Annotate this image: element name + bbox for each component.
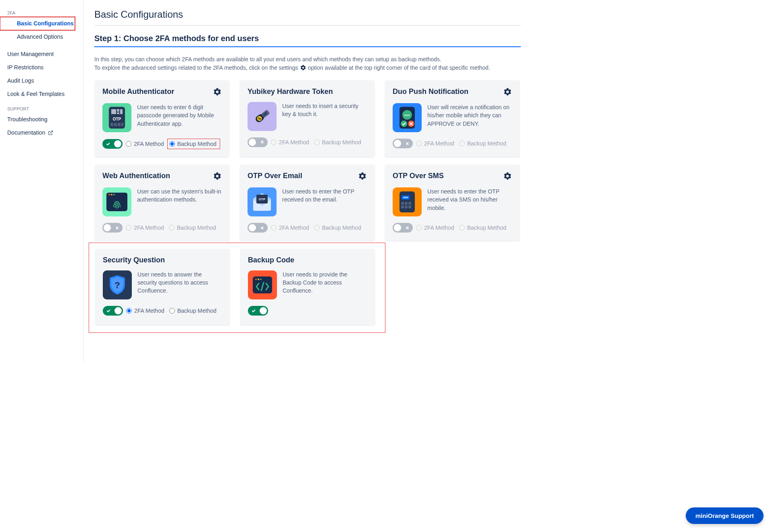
card-title: OTP Over Email: [248, 172, 302, 181]
svg-point-18: [401, 121, 407, 127]
radio-2fa-method[interactable]: 2FA Method: [416, 224, 454, 231]
card-title: Duo Push Notification: [393, 87, 468, 96]
svg-point-22: [108, 194, 110, 195]
svg-rect-35: [408, 206, 411, 208]
card-desc: User needs to enter the OTP received via…: [427, 187, 512, 216]
svg-rect-2: [117, 109, 119, 112]
card-title: Mobile Authenticator: [102, 87, 174, 96]
radio-2fa-method[interactable]: 2FA Method: [126, 308, 164, 314]
card-desc: User can use the system's built-in authe…: [137, 187, 222, 216]
enable-toggle[interactable]: [248, 137, 268, 147]
card-otp-email: OTP Over Email OTP User needs to enter t…: [239, 164, 375, 241]
card-desc: User needs to answer the security questi…: [137, 270, 222, 299]
radio-2fa-method[interactable]: 2FA Method: [126, 141, 164, 147]
security-question-icon: ?: [103, 270, 132, 299]
gear-icon[interactable]: [358, 172, 367, 182]
sidebar-item-documentation[interactable]: Documentation: [0, 126, 83, 139]
card-desc: User needs to enter 6 digit passcode gen…: [137, 103, 222, 132]
sidebar-item-look-feel-templates[interactable]: Look & Feel Templates: [0, 87, 83, 101]
cards-grid: Mobile Authenticator OTP User needs to e…: [94, 80, 521, 241]
svg-rect-30: [401, 202, 404, 205]
svg-rect-34: [405, 206, 408, 208]
main-content: Basic Configurations Step 1: Choose 2FA …: [84, 0, 531, 362]
card-security-question: Security Question ? User needs to answer…: [95, 249, 230, 325]
svg-rect-6: [110, 123, 113, 126]
radio-backup-method[interactable]: Backup Method: [169, 141, 216, 147]
svg-text:OTP: OTP: [113, 117, 121, 121]
x-icon: [259, 225, 265, 231]
svg-rect-32: [408, 202, 411, 205]
card-title: Web Authentication: [102, 172, 170, 181]
page-title: Basic Configurations: [94, 9, 521, 26]
enable-toggle[interactable]: [248, 306, 268, 316]
radio-backup-method[interactable]: Backup Method: [459, 140, 506, 147]
enable-toggle[interactable]: [102, 223, 123, 233]
card-yubikey: Yubikey Hardware Token User needs to ins…: [239, 80, 375, 157]
sidebar-section-support: SUPPORT: [0, 105, 83, 113]
radio-2fa-method[interactable]: 2FA Method: [416, 140, 454, 147]
enable-toggle[interactable]: [393, 223, 413, 233]
radio-2fa-method[interactable]: 2FA Method: [126, 224, 164, 231]
enable-toggle[interactable]: [393, 139, 413, 148]
svg-rect-1: [111, 109, 116, 114]
sidebar-item-user-management[interactable]: User Management: [0, 48, 83, 61]
svg-text:OTP: OTP: [259, 197, 266, 201]
svg-point-40: [260, 278, 262, 280]
gear-icon[interactable]: [503, 87, 512, 98]
sidebar: 2FA Basic Configurations Advanced Option…: [0, 0, 84, 362]
radio-2fa-method[interactable]: 2FA Method: [271, 224, 309, 231]
highlighted-backup-radio: Backup Method: [167, 139, 220, 149]
duo-push-icon: DUO: [393, 103, 422, 132]
check-icon: [251, 308, 256, 314]
external-link-icon: [47, 129, 53, 136]
gear-icon[interactable]: [503, 172, 512, 182]
card-title: Security Question: [103, 256, 165, 265]
card-title: Yubikey Hardware Token: [248, 87, 333, 96]
radio-backup-method[interactable]: Backup Method: [459, 224, 506, 231]
svg-rect-7: [114, 123, 117, 126]
intro-text: In this step, you can choose which 2FA m…: [94, 55, 521, 72]
yubikey-icon: [248, 102, 277, 131]
svg-rect-33: [401, 206, 404, 208]
check-icon: [106, 308, 111, 314]
svg-text:SMS: SMS: [403, 196, 408, 199]
sidebar-item-troubleshooting[interactable]: Troubleshooting: [0, 113, 83, 126]
card-mobile-authenticator: Mobile Authenticator OTP User needs to e…: [94, 80, 230, 157]
sidebar-item-audit-logs[interactable]: Audit Logs: [0, 74, 83, 87]
svg-text:DUO: DUO: [404, 114, 410, 116]
radio-backup-method[interactable]: Backup Method: [314, 139, 361, 145]
card-duo-push: Duo Push Notification DUO User will rece…: [385, 80, 520, 157]
card-web-authentication: Web Authentication User can use the syst…: [94, 164, 230, 241]
card-desc: User needs to provide the Backup Code to…: [283, 270, 367, 299]
sidebar-section-2fa: 2FA: [0, 9, 83, 17]
radio-2fa-method[interactable]: 2FA Method: [271, 139, 309, 145]
card-desc: User will receive a notification on his/…: [427, 103, 512, 132]
sidebar-item-advanced-options[interactable]: Advanced Options: [0, 30, 83, 44]
radio-backup-method[interactable]: Backup Method: [169, 224, 216, 231]
x-icon: [114, 225, 120, 231]
gear-icon[interactable]: [213, 172, 222, 182]
sidebar-item-basic-configurations[interactable]: Basic Configurations: [0, 17, 75, 30]
svg-point-39: [258, 278, 259, 280]
enable-toggle[interactable]: [248, 223, 268, 233]
svg-rect-3: [117, 112, 119, 114]
svg-rect-4: [120, 109, 123, 114]
enable-toggle[interactable]: [103, 306, 123, 316]
card-backup-code: Backup Code User needs to provide the Ba…: [240, 249, 375, 325]
intro-line-1: In this step, you can choose which 2FA m…: [94, 55, 521, 64]
sms-otp-icon: SMS: [393, 187, 422, 216]
radio-backup-method[interactable]: Backup Method: [314, 224, 361, 231]
radio-backup-method[interactable]: Backup Method: [169, 308, 216, 314]
sidebar-item-ip-restrictions[interactable]: IP Restrictions: [0, 61, 83, 74]
enable-toggle[interactable]: [102, 139, 123, 149]
authenticator-app-icon: OTP: [102, 103, 131, 132]
step-title: Step 1: Choose 2FA methods for end users: [94, 34, 521, 47]
backup-code-icon: [248, 270, 277, 299]
gear-icon: [300, 64, 306, 71]
sidebar-documentation-label: Documentation: [7, 129, 45, 136]
card-desc: User needs to enter the OTP received on …: [282, 187, 367, 216]
check-icon: [105, 141, 111, 147]
highlighted-cards-group: Security Question ? User needs to answer…: [89, 243, 385, 333]
svg-point-24: [113, 194, 115, 195]
gear-icon[interactable]: [213, 87, 222, 98]
